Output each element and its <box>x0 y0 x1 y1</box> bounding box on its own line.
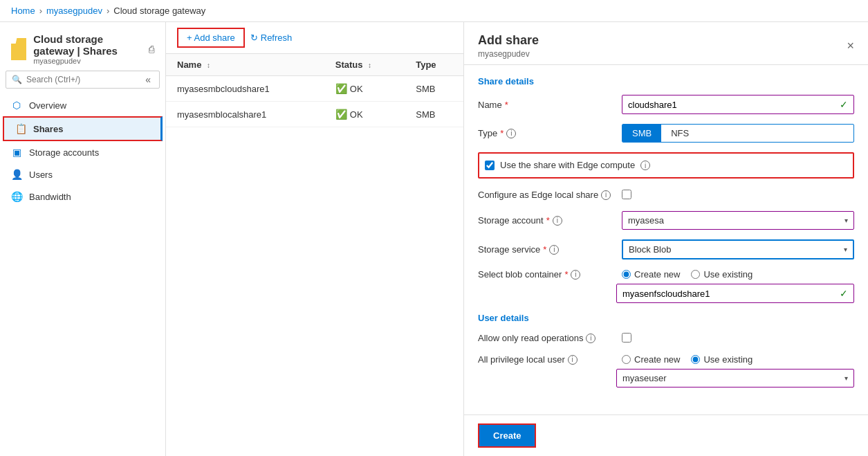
col-status[interactable]: Status ↕ <box>324 54 405 76</box>
storage-service-info-icon[interactable]: i <box>549 245 559 255</box>
refresh-button[interactable]: ↻ Refresh <box>250 33 293 43</box>
breadcrumb-sep2: › <box>107 6 109 16</box>
share-status-2: ✅ OK <box>324 102 405 127</box>
form-row-type: Type * i SMB NFS <box>478 124 854 143</box>
blob-create-new-label: Create new <box>634 269 680 280</box>
shares-table: Name ↕ Status ↕ Type myasesmbcloudshare1… <box>166 54 463 127</box>
breadcrumb-current: Cloud storage gateway <box>113 6 205 16</box>
blob-value-input[interactable] <box>622 289 840 299</box>
table-row[interactable]: myasesmblocalshare1 ✅ OK SMB <box>166 102 463 127</box>
privilege-user-label-text: All privilege local user <box>478 354 565 365</box>
sidebar-item-label-overview: Overview <box>29 100 66 111</box>
sidebar-header: Cloud storage gateway | Shares myasegpud… <box>0 22 165 71</box>
sidebar-item-label-users: Users <box>29 170 53 180</box>
blob-container-radio-group: Create new Use existing <box>622 269 854 280</box>
sidebar-title: Cloud storage gateway | Shares <box>33 33 142 57</box>
form-row-privilege-user: All privilege local user i Create new Us… <box>478 354 854 365</box>
collapse-button[interactable]: « <box>142 74 154 85</box>
name-input-wrap[interactable]: ✓ <box>622 95 854 114</box>
edge-local-label-text: Configure as Edge local share <box>478 190 598 200</box>
blob-container-info-icon[interactable]: i <box>571 270 580 280</box>
share-status-1: ✅ OK <box>324 76 405 102</box>
blob-use-existing-radio[interactable] <box>691 270 700 279</box>
name-label-text: Name <box>478 100 502 110</box>
form-row-storage-service: Storage service * i Block Blob ▾ <box>478 239 854 259</box>
blob-create-new-radio[interactable] <box>622 270 631 279</box>
user-value-chevron-icon: ▾ <box>844 374 848 382</box>
shares-icon: 📋 <box>15 123 26 134</box>
name-input[interactable] <box>628 100 840 110</box>
type-label-text: Type <box>478 128 497 138</box>
blob-use-existing-option[interactable]: Use existing <box>691 269 752 280</box>
storage-service-chevron-icon: ▾ <box>844 246 847 253</box>
edge-local-info-icon[interactable]: i <box>601 190 611 200</box>
name-check-icon: ✓ <box>840 99 848 110</box>
close-button[interactable]: × <box>847 39 854 53</box>
search-input[interactable] <box>26 75 138 84</box>
blob-container-control: Create new Use existing <box>622 269 854 280</box>
search-icon: 🔍 <box>12 75 22 84</box>
ok-icon-2: ✅ <box>335 109 347 120</box>
form-row-blob-container: Select blob container * i Create new Use… <box>478 269 854 280</box>
read-only-checkbox[interactable] <box>622 333 631 343</box>
storage-account-info-icon[interactable]: i <box>553 216 562 226</box>
content-toolbar: + Add share ↻ Refresh <box>166 22 463 54</box>
edge-compute-checkbox[interactable] <box>485 161 495 170</box>
sort-status-icon: ↕ <box>368 62 371 69</box>
table-row[interactable]: myasesmbcloudshare1 ✅ OK SMB <box>166 76 463 102</box>
sidebar: Cloud storage gateway | Shares myasegpud… <box>0 22 166 456</box>
storage-account-select[interactable]: myasesa ▾ <box>622 211 854 230</box>
storage-service-label-text: Storage service <box>478 244 540 255</box>
storage-service-control: Block Blob ▾ <box>622 239 854 259</box>
panel-footer: Create <box>464 414 868 456</box>
type-info-icon[interactable]: i <box>506 129 516 138</box>
panel-title: Add share <box>478 33 539 48</box>
type-toggle[interactable]: SMB NFS <box>622 124 854 143</box>
content-area: + Add share ↻ Refresh Name ↕ Status ↕ Ty… <box>166 22 463 456</box>
search-box[interactable]: 🔍 « <box>6 71 160 89</box>
blob-value-input-wrap[interactable]: ✓ <box>616 284 854 303</box>
form-row-blob-value: ✓ <box>616 284 854 303</box>
sidebar-item-bandwidth[interactable]: 🌐 Bandwidth <box>0 185 165 208</box>
share-name-2: myasesmblocalshare1 <box>166 102 324 127</box>
panel-header: Add share myasegpudev × <box>464 22 868 65</box>
breadcrumb-resource[interactable]: myasegpudev <box>46 6 102 16</box>
edge-local-checkbox[interactable] <box>622 190 631 199</box>
type-smb-button[interactable]: SMB <box>622 125 661 142</box>
form-row-read-only: Allow only read operations i <box>478 331 854 345</box>
user-create-new-radio[interactable] <box>622 355 631 364</box>
bandwidth-icon: 🌐 <box>11 191 22 202</box>
edge-compute-info-icon[interactable]: i <box>640 161 650 170</box>
share-type-2: SMB <box>405 102 463 127</box>
print-icon[interactable]: ⎙ <box>149 44 154 55</box>
add-share-button[interactable]: + Add share <box>177 28 245 48</box>
user-value-text: myaseuser <box>622 373 844 383</box>
sidebar-item-storage-accounts[interactable]: ▣ Storage accounts <box>0 141 165 163</box>
col-name[interactable]: Name ↕ <box>166 54 324 76</box>
read-only-info-icon[interactable]: i <box>586 334 595 343</box>
breadcrumb-sep1: › <box>39 6 42 16</box>
sidebar-item-users[interactable]: 👤 Users <box>0 163 165 185</box>
storage-service-select[interactable]: Block Blob ▾ <box>622 239 854 259</box>
breadcrumb-home[interactable]: Home <box>11 6 35 16</box>
type-nfs-button[interactable]: NFS <box>661 125 699 142</box>
add-share-panel: Add share myasegpudev × Share details Na… <box>463 22 868 456</box>
user-use-existing-option[interactable]: Use existing <box>691 354 752 365</box>
privilege-user-info-icon[interactable]: i <box>568 355 578 365</box>
storage-account-control: myasesa ▾ <box>622 211 854 230</box>
col-type: Type <box>405 54 463 76</box>
sidebar-item-overview[interactable]: ⬡ Overview <box>0 94 165 116</box>
user-value-select[interactable]: myaseuser ▾ <box>616 369 854 387</box>
label-privilege-user: All privilege local user i <box>478 354 616 365</box>
label-name: Name * <box>478 100 616 110</box>
breadcrumb-bar: Home › myasegpudev › Cloud storage gatew… <box>0 0 868 22</box>
user-create-new-option[interactable]: Create new <box>622 354 680 365</box>
create-button[interactable]: Create <box>478 423 536 448</box>
sidebar-subtitle: myasegpudev <box>33 57 142 65</box>
blob-create-new-option[interactable]: Create new <box>622 269 680 280</box>
privilege-user-radio-group: Create new Use existing <box>622 354 854 365</box>
sidebar-item-shares[interactable]: 📋 Shares <box>3 116 163 141</box>
required-star-type: * <box>500 128 504 138</box>
user-use-existing-radio[interactable] <box>691 355 700 364</box>
form-row-user-value: myaseuser ▾ <box>616 369 854 387</box>
